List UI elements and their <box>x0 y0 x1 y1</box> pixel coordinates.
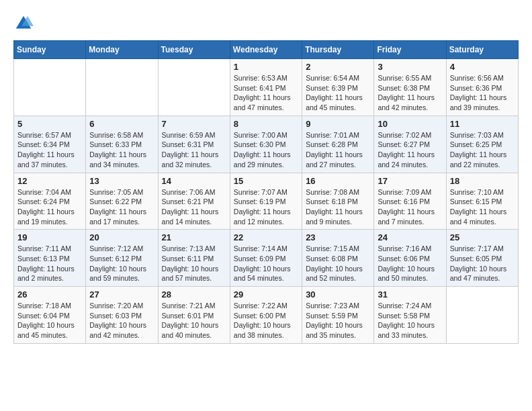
day-number: 12 <box>17 176 82 186</box>
day-number: 4 <box>450 62 515 72</box>
logo-icon <box>13 13 34 34</box>
day-info: Sunrise: 7:01 AM Sunset: 6:28 PM Dayligh… <box>306 130 370 170</box>
calendar-week-row: 1Sunrise: 6:53 AM Sunset: 6:41 PM Daylig… <box>14 59 519 116</box>
calendar-cell: 19Sunrise: 7:11 AM Sunset: 6:13 PM Dayli… <box>14 230 86 287</box>
day-info: Sunrise: 7:18 AM Sunset: 6:04 PM Dayligh… <box>17 301 82 340</box>
calendar-cell: 28Sunrise: 7:21 AM Sunset: 6:01 PM Dayli… <box>158 287 230 344</box>
day-number: 31 <box>378 289 442 300</box>
calendar-cell: 27Sunrise: 7:20 AM Sunset: 6:03 PM Dayli… <box>86 287 158 344</box>
day-number: 16 <box>306 176 370 186</box>
weekday-header: Thursday <box>302 41 374 59</box>
calendar-cell: 29Sunrise: 7:22 AM Sunset: 6:00 PM Dayli… <box>230 287 302 344</box>
day-info: Sunrise: 7:16 AM Sunset: 6:06 PM Dayligh… <box>378 244 442 283</box>
day-number: 15 <box>234 176 298 186</box>
day-info: Sunrise: 7:10 AM Sunset: 6:15 PM Dayligh… <box>450 187 515 227</box>
calendar-cell <box>86 59 158 116</box>
calendar-cell: 17Sunrise: 7:09 AM Sunset: 6:16 PM Dayli… <box>374 173 446 230</box>
day-number: 3 <box>378 62 442 72</box>
day-info: Sunrise: 7:11 AM Sunset: 6:13 PM Dayligh… <box>17 244 82 283</box>
day-number: 29 <box>234 289 298 300</box>
day-info: Sunrise: 6:58 AM Sunset: 6:33 PM Dayligh… <box>89 130 154 170</box>
weekday-header: Tuesday <box>158 41 230 59</box>
calendar-cell: 2Sunrise: 6:54 AM Sunset: 6:39 PM Daylig… <box>302 59 374 116</box>
day-info: Sunrise: 6:57 AM Sunset: 6:34 PM Dayligh… <box>17 130 82 170</box>
calendar-cell <box>14 59 86 116</box>
day-number: 25 <box>450 232 515 242</box>
calendar-cell: 22Sunrise: 7:14 AM Sunset: 6:09 PM Dayli… <box>230 230 302 287</box>
day-info: Sunrise: 7:07 AM Sunset: 6:19 PM Dayligh… <box>234 187 298 227</box>
day-number: 22 <box>234 232 298 242</box>
calendar-cell: 14Sunrise: 7:06 AM Sunset: 6:21 PM Dayli… <box>158 173 230 230</box>
day-info: Sunrise: 7:04 AM Sunset: 6:24 PM Dayligh… <box>17 187 82 227</box>
calendar-cell: 24Sunrise: 7:16 AM Sunset: 6:06 PM Dayli… <box>374 230 446 287</box>
calendar-cell: 11Sunrise: 7:03 AM Sunset: 6:25 PM Dayli… <box>446 116 518 173</box>
day-info: Sunrise: 6:56 AM Sunset: 6:36 PM Dayligh… <box>450 73 515 113</box>
day-number: 2 <box>306 62 370 72</box>
weekday-header: Friday <box>374 41 446 59</box>
day-number: 30 <box>306 289 370 300</box>
calendar-cell: 15Sunrise: 7:07 AM Sunset: 6:19 PM Dayli… <box>230 173 302 230</box>
day-info: Sunrise: 7:12 AM Sunset: 6:12 PM Dayligh… <box>89 244 154 283</box>
calendar-cell <box>446 287 518 344</box>
day-info: Sunrise: 6:55 AM Sunset: 6:38 PM Dayligh… <box>378 73 442 113</box>
calendar-cell: 6Sunrise: 6:58 AM Sunset: 6:33 PM Daylig… <box>86 116 158 173</box>
calendar-week-row: 26Sunrise: 7:18 AM Sunset: 6:04 PM Dayli… <box>14 287 519 344</box>
calendar-cell: 5Sunrise: 6:57 AM Sunset: 6:34 PM Daylig… <box>14 116 86 173</box>
calendar-cell: 16Sunrise: 7:08 AM Sunset: 6:18 PM Dayli… <box>302 173 374 230</box>
calendar-cell: 31Sunrise: 7:24 AM Sunset: 5:58 PM Dayli… <box>374 287 446 344</box>
day-number: 19 <box>17 232 82 242</box>
calendar-cell <box>158 59 230 116</box>
calendar-cell: 30Sunrise: 7:23 AM Sunset: 5:59 PM Dayli… <box>302 287 374 344</box>
calendar-week-row: 5Sunrise: 6:57 AM Sunset: 6:34 PM Daylig… <box>14 116 519 173</box>
day-number: 27 <box>89 289 154 300</box>
calendar-cell: 10Sunrise: 7:02 AM Sunset: 6:27 PM Dayli… <box>374 116 446 173</box>
page-header <box>13 13 519 34</box>
calendar-cell: 13Sunrise: 7:05 AM Sunset: 6:22 PM Dayli… <box>86 173 158 230</box>
day-info: Sunrise: 7:13 AM Sunset: 6:11 PM Dayligh… <box>162 244 226 283</box>
day-info: Sunrise: 7:15 AM Sunset: 6:08 PM Dayligh… <box>306 244 370 283</box>
day-info: Sunrise: 6:53 AM Sunset: 6:41 PM Dayligh… <box>234 73 298 113</box>
day-number: 23 <box>306 232 370 242</box>
calendar-cell: 1Sunrise: 6:53 AM Sunset: 6:41 PM Daylig… <box>230 59 302 116</box>
day-number: 10 <box>378 119 442 129</box>
day-number: 21 <box>162 232 226 242</box>
weekday-header: Saturday <box>446 41 518 59</box>
calendar-cell: 7Sunrise: 6:59 AM Sunset: 6:31 PM Daylig… <box>158 116 230 173</box>
calendar-table: SundayMondayTuesdayWednesdayThursdayFrid… <box>13 40 519 344</box>
day-number: 8 <box>234 119 298 129</box>
day-info: Sunrise: 7:17 AM Sunset: 6:05 PM Dayligh… <box>450 244 515 283</box>
weekday-header-row: SundayMondayTuesdayWednesdayThursdayFrid… <box>14 41 519 59</box>
day-info: Sunrise: 7:20 AM Sunset: 6:03 PM Dayligh… <box>89 301 154 340</box>
day-number: 14 <box>162 176 226 186</box>
calendar-cell: 8Sunrise: 7:00 AM Sunset: 6:30 PM Daylig… <box>230 116 302 173</box>
day-number: 28 <box>162 289 226 300</box>
day-number: 20 <box>89 232 154 242</box>
day-number: 11 <box>450 119 515 129</box>
calendar-week-row: 12Sunrise: 7:04 AM Sunset: 6:24 PM Dayli… <box>14 173 519 230</box>
day-number: 17 <box>378 176 442 186</box>
calendar-cell: 23Sunrise: 7:15 AM Sunset: 6:08 PM Dayli… <box>302 230 374 287</box>
day-number: 7 <box>162 119 226 129</box>
weekday-header: Wednesday <box>230 41 302 59</box>
calendar-cell: 9Sunrise: 7:01 AM Sunset: 6:28 PM Daylig… <box>302 116 374 173</box>
calendar-cell: 18Sunrise: 7:10 AM Sunset: 6:15 PM Dayli… <box>446 173 518 230</box>
calendar-cell: 25Sunrise: 7:17 AM Sunset: 6:05 PM Dayli… <box>446 230 518 287</box>
calendar-cell: 26Sunrise: 7:18 AM Sunset: 6:04 PM Dayli… <box>14 287 86 344</box>
day-info: Sunrise: 7:06 AM Sunset: 6:21 PM Dayligh… <box>162 187 226 227</box>
day-number: 6 <box>89 119 154 129</box>
day-number: 1 <box>234 62 298 72</box>
calendar-cell: 20Sunrise: 7:12 AM Sunset: 6:12 PM Dayli… <box>86 230 158 287</box>
day-info: Sunrise: 6:59 AM Sunset: 6:31 PM Dayligh… <box>162 130 226 170</box>
day-info: Sunrise: 7:14 AM Sunset: 6:09 PM Dayligh… <box>234 244 298 283</box>
day-number: 24 <box>378 232 442 242</box>
calendar-cell: 3Sunrise: 6:55 AM Sunset: 6:38 PM Daylig… <box>374 59 446 116</box>
calendar-week-row: 19Sunrise: 7:11 AM Sunset: 6:13 PM Dayli… <box>14 230 519 287</box>
day-info: Sunrise: 7:02 AM Sunset: 6:27 PM Dayligh… <box>378 130 442 170</box>
day-info: Sunrise: 7:05 AM Sunset: 6:22 PM Dayligh… <box>89 187 154 227</box>
day-number: 18 <box>450 176 515 186</box>
day-number: 13 <box>89 176 154 186</box>
day-info: Sunrise: 7:24 AM Sunset: 5:58 PM Dayligh… <box>378 301 442 340</box>
calendar-cell: 21Sunrise: 7:13 AM Sunset: 6:11 PM Dayli… <box>158 230 230 287</box>
day-number: 5 <box>17 119 82 129</box>
day-number: 26 <box>17 289 82 300</box>
